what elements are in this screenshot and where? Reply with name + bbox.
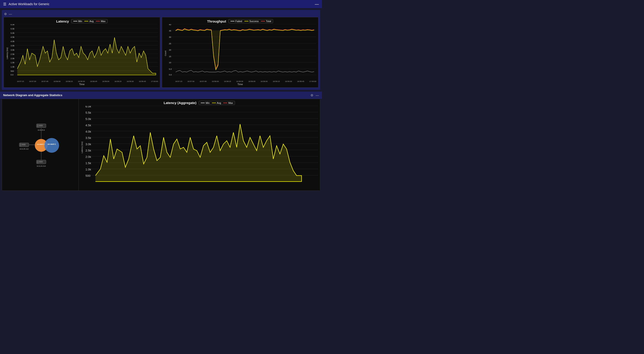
latency-max-line [96,21,100,21]
svg-text:3.0k: 3.0k [86,143,91,146]
aggregate-title-area: Latency (Aggregate) Min Avg Max [80,101,318,105]
svg-text:2.5k: 2.5k [10,53,14,55]
svg-text:4.5k: 4.5k [86,124,91,127]
page-title: Active Workloads for Generic [8,2,50,6]
svg-rect-54 [40,126,40,126]
svg-rect-91 [40,162,40,162]
svg-rect-49 [39,125,40,125]
x-tick-10: 16:59:30 [127,80,134,82]
svg-rect-77 [24,144,24,144]
section2-minimize-icon[interactable]: — [316,93,319,97]
svg-text:10.8.24.214: 10.8.24.214 [37,165,46,167]
latency-chart-container: Latency Min Avg Max [4,17,160,88]
svg-text:25: 25 [169,42,171,45]
svg-rect-95 [40,162,41,163]
agg-legend-max: Max [223,102,233,104]
svg-text:4.5k: 4.5k [10,36,14,38]
svg-rect-87 [39,161,40,162]
svg-text:3.0k: 3.0k [10,49,14,51]
latency-min-line [73,21,77,21]
latency-legend-max: Max [96,20,106,22]
header-minimize-button[interactable]: — [315,2,319,6]
x-tick-4: 16:58:00 [54,80,60,82]
svg-text:1.5k: 1.5k [10,61,14,64]
throughput-chart-area: 40 35 30 25 20 15 10 5.0 0.0 [169,24,316,82]
latency-legend-avg: Avg [84,20,94,22]
svg-rect-56 [40,125,41,126]
svg-rect-96 [42,161,42,162]
tp-x-tick-7: 16:58:45 [248,80,255,82]
tp-x-tick-10: 16:59:30 [285,80,292,82]
svg-rect-51 [39,126,40,126]
aggregate-y-label: Latency (ms) [80,106,86,189]
network-diagram: 10.8.25.8 [2,99,79,191]
svg-rect-89 [39,162,40,163]
svg-rect-86 [37,161,38,163]
svg-rect-78 [24,144,24,145]
svg-rect-58 [42,125,42,125]
section2-title: Network Diagram and Aggregate Statistics [3,93,62,97]
agg-avg-line [212,103,216,103]
svg-text:1.0k: 1.0k [10,66,14,68]
throughput-legend: Failed Success Total [228,19,273,23]
hamburger-icon[interactable]: ☰ [3,2,6,6]
latency-legend: Min Avg Max [71,19,108,23]
svg-rect-90 [40,161,40,162]
aggregate-svg: 6.0k 5.5k 5.0k 4.5k 4.0k 3.5k 3.0k 2.5k … [86,106,318,189]
svg-rect-70 [22,145,22,146]
tp-x-tick-5: 16:58:15 [224,80,231,82]
throughput-x-ticks: 16:57:15 16:57:30 16:57:45 16:58:00 16:5… [169,80,316,82]
throughput-legend-total: Total [261,20,271,22]
svg-text:2.0k: 2.0k [10,57,14,60]
svg-rect-93 [40,161,41,162]
aggregate-chart-inner: Latency (ms) [80,106,318,189]
latency-chart-area: 6.0k 5.5k 5.0k 4.5k 4.0k 3.5k 3.0k 2.5k … [10,24,158,82]
throughput-total-line [261,21,265,21]
svg-rect-101 [42,162,42,163]
aggregate-chart-area: 6.0k 5.5k 5.0k 4.5k 4.0k 3.5k 3.0k 2.5k … [86,106,318,189]
section1-minimize-icon[interactable]: — [9,12,12,16]
svg-rect-82 [25,145,26,146]
throughput-y-label: Count [164,24,169,82]
svg-text:10.8.25.112: 10.8.25.112 [20,148,28,150]
section1-gear-icon[interactable]: ⚙ [4,12,7,16]
svg-text:5.0k: 5.0k [10,32,14,34]
svg-text:40: 40 [169,24,171,26]
svg-text:0.0: 0.0 [10,74,13,76]
svg-text:6.0k: 6.0k [10,24,14,26]
latency-chart-inner: Latency (ms) [6,24,158,82]
agg-max-line [223,103,227,103]
svg-text:4.0k: 4.0k [86,130,91,133]
aggregate-legend: Min Avg Max [199,101,235,105]
svg-rect-67 [20,144,22,146]
section1-toolbar: ⚙ — [4,11,318,17]
latency-legend-min: Min [73,20,82,22]
svg-point-106 [44,138,59,153]
svg-rect-75 [24,144,24,145]
latency-avg-line [84,21,88,21]
svg-text:4.0k: 4.0k [10,40,14,42]
svg-rect-52 [40,125,40,125]
x-tick-7: 16:58:45 [90,80,97,82]
charts-row: Latency Min Avg Max [4,17,318,88]
throughput-x-axis-label: Time [164,83,316,86]
latency-title-area: Latency Min Avg Max [6,19,158,23]
svg-rect-63 [42,126,42,126]
tp-x-tick-1: 16:57:15 [175,80,182,82]
svg-rect-99 [42,161,42,162]
svg-text:1.5k: 1.5k [86,162,91,165]
section2-gear-icon[interactable]: ⚙ [310,93,314,97]
x-tick-9: 16:59:15 [114,80,122,82]
throughput-chart-container: Throughput Failed Success Total [162,17,318,88]
aggregate-chart-title: Latency (Aggregate) [164,101,196,105]
svg-text:500: 500 [86,174,90,177]
svg-rect-98 [42,162,42,163]
throughput-success-label: Success [250,20,259,22]
tp-x-tick-6: 16:58:30 [236,80,243,82]
throughput-total-label: Total [266,20,271,22]
svg-rect-48 [37,124,38,127]
tp-x-tick-4: 16:58:00 [212,80,219,82]
svg-text:0.0: 0.0 [169,74,172,76]
x-tick-8: 16:59:00 [102,80,109,82]
x-tick-2: 16:57:30 [29,80,36,82]
